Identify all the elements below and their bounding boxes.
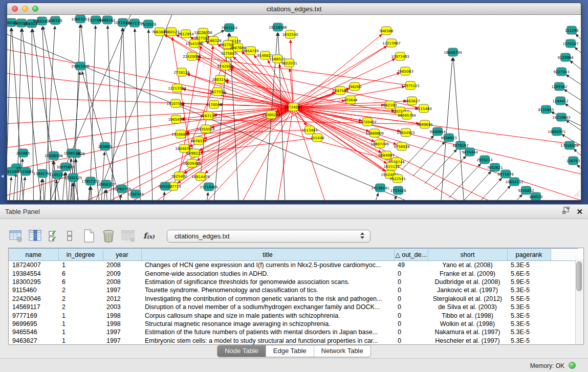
graph-node[interactable]: 184510 xyxy=(529,192,543,200)
table-row[interactable]: 946554611997Estimation of the future num… xyxy=(9,328,578,336)
table-cell[interactable]: 2008 xyxy=(103,261,141,270)
scrollbar-thumb[interactable] xyxy=(576,261,582,291)
table-cell[interactable]: Changes of HCN gene expression and I(f) … xyxy=(141,261,394,270)
table-cell[interactable]: Wolkin et al. (1998) xyxy=(428,320,507,328)
graph-node[interactable]: 7515526 xyxy=(140,20,157,28)
close-panel-icon[interactable]: ✕ xyxy=(576,208,583,216)
column-header-in_degree[interactable]: in_degree xyxy=(58,249,103,261)
graph-node[interactable]: 203644 xyxy=(344,96,358,104)
tab-node-table[interactable]: Node Table xyxy=(217,345,266,357)
table-cell[interactable]: 5.3E-5 xyxy=(507,337,551,345)
graph-node[interactable]: 12213967 xyxy=(382,39,401,47)
graph-node[interactable]: 13942757 xyxy=(33,169,52,178)
table-cell[interactable]: 2 xyxy=(58,286,103,294)
network-graph-svg[interactable]: 1872400776638228860123891295418226058982… xyxy=(7,15,581,200)
table-cell[interactable]: 5.3E-5 xyxy=(507,328,551,336)
table-cell[interactable]: Stergiakouli et al. (2012) xyxy=(428,295,507,303)
graph-node[interactable]: 111248 xyxy=(565,26,579,34)
graph-node[interactable]: 1209382 xyxy=(551,82,567,91)
graph-node[interactable]: 10719195 xyxy=(114,18,132,27)
table-cell[interactable]: 1998 xyxy=(103,311,141,319)
column-header-name[interactable]: name xyxy=(9,249,58,261)
graph-node[interactable]: 948388 xyxy=(380,27,394,35)
delete-table-icon[interactable] xyxy=(101,229,116,243)
float-panel-icon[interactable] xyxy=(562,207,570,217)
table-row[interactable]: 2242004622012Investigating the contribut… xyxy=(9,295,578,303)
table-cell[interactable]: 0 xyxy=(394,269,428,277)
graph-node[interactable]: 9146821 xyxy=(257,51,273,59)
column-header-short[interactable]: short xyxy=(428,249,507,261)
table-cell[interactable]: Jankovic et al. (1997) xyxy=(428,286,507,294)
tab-edge-table[interactable]: Edge Table xyxy=(266,345,314,357)
graph-node[interactable]: 962160 xyxy=(383,101,397,109)
graph-node[interactable]: 261665 xyxy=(16,149,30,157)
graph-node[interactable]: 10688609 xyxy=(365,129,384,137)
table-cell[interactable]: Dudbridge et al. (2008) xyxy=(428,278,507,286)
graph-node[interactable]: 10653257 xyxy=(71,15,90,23)
table-cell[interactable]: 9699695 xyxy=(9,320,58,328)
function-builder-icon[interactable]: f(x) xyxy=(143,231,155,240)
table-cell[interactable]: 1 xyxy=(58,261,103,270)
table-cell[interactable]: 14569117 xyxy=(9,303,58,311)
column-header-year[interactable]: year xyxy=(103,249,141,261)
network-view-window[interactable]: citations_edges.txt 18724007766382288601… xyxy=(7,3,581,201)
table-cell[interactable]: 18300295 xyxy=(9,278,58,286)
table-cell[interactable]: 1 xyxy=(58,311,103,319)
table-cell[interactable]: 5.3E-5 xyxy=(507,311,551,319)
table-cell[interactable]: 9115460 xyxy=(9,286,58,294)
table-cell[interactable]: 6 xyxy=(58,278,103,286)
table-cell[interactable]: de Silva et al. (2003) xyxy=(428,303,507,311)
table-row[interactable]: 977716911998Corpus callosum shape and si… xyxy=(9,311,578,319)
table-cell[interactable]: 6 xyxy=(58,269,103,277)
graph-node[interactable]: 1244412 xyxy=(552,97,568,105)
table-cell[interactable]: 5.3E-5 xyxy=(507,286,551,294)
table-cell[interactable]: Corpus callosum shape and size in male p… xyxy=(141,311,394,319)
table-row[interactable]: 911546021997Tourette syndrome. Phenomeno… xyxy=(9,286,578,294)
table-cell[interactable]: 0 xyxy=(394,278,428,286)
table-row[interactable]: 969969511998Structural magnetic resonanc… xyxy=(9,320,578,328)
table-cell[interactable]: 2 xyxy=(58,295,103,303)
column-header-title[interactable]: title xyxy=(141,249,394,261)
table-cell[interactable]: Disruption of a novel member of a sodium… xyxy=(141,303,394,311)
table-cell[interactable]: 0 xyxy=(394,286,428,294)
close-window-button[interactable] xyxy=(12,6,18,12)
table-cell[interactable]: Yano et al. (2008) xyxy=(428,261,507,270)
window-titlebar[interactable]: citations_edges.txt xyxy=(7,3,581,15)
graph-node[interactable]: 2935114 xyxy=(476,156,493,164)
column-header-out_de[interactable]: △ out_de... xyxy=(394,249,428,261)
graph-node[interactable]: 7632621 xyxy=(487,163,503,171)
graph-node[interactable]: 1832540 xyxy=(282,30,298,38)
column-selector-icon[interactable] xyxy=(29,229,42,243)
table-cell[interactable]: 0 xyxy=(394,295,428,303)
graph-node[interactable]: 151448 xyxy=(311,134,324,142)
table-cell[interactable]: 5.6E-5 xyxy=(507,269,551,277)
network-canvas[interactable]: 1872400776638228860123891295418226058982… xyxy=(7,15,581,200)
select-rows-icon[interactable]: ✓ ✓ xyxy=(48,229,60,243)
table-cell[interactable]: 2003 xyxy=(103,303,141,311)
table-cell[interactable]: Hescheler et al. (1997) xyxy=(428,337,507,345)
resize-grip-icon[interactable] xyxy=(573,190,580,199)
table-cell[interactable]: 0 xyxy=(394,328,428,336)
table-cell[interactable]: 9463627 xyxy=(9,337,58,345)
table-row[interactable]: 1456911722003Disruption of a novel membe… xyxy=(9,303,578,311)
tab-network-table[interactable]: Network Table xyxy=(314,345,371,357)
table-cell[interactable]: Structural magnetic resonance image aver… xyxy=(141,320,394,328)
memory-ok-indicator[interactable] xyxy=(569,362,576,369)
table-cell[interactable]: 0 xyxy=(394,320,428,328)
table-cell[interactable]: Franke et al. (2009) xyxy=(428,269,507,277)
node-table[interactable]: namein_degreeyeartitle△ out_de...shortpa… xyxy=(9,248,578,345)
graph-node[interactable]: 1733426 xyxy=(390,186,406,194)
panel-collapse-arrow-icon[interactable]: ◄ xyxy=(0,174,5,179)
table-cell[interactable]: 5.3E-5 xyxy=(507,261,551,270)
table-cell[interactable]: Estimation of the future numbers of pati… xyxy=(141,328,394,336)
graph-node[interactable]: 14136141 xyxy=(371,184,389,192)
table-cell[interactable]: 1 xyxy=(58,337,103,345)
table-cell[interactable]: 1997 xyxy=(103,286,141,294)
create-table-icon[interactable] xyxy=(82,229,96,243)
table-cell[interactable]: 19384554 xyxy=(9,269,58,277)
table-cell[interactable]: Estimation of significance thresholds fo… xyxy=(141,278,394,286)
table-cell[interactable]: 9465546 xyxy=(9,328,58,336)
table-row[interactable]: 946362711997Embryonic stem cells: a mode… xyxy=(9,337,578,345)
graph-node[interactable]: 9440954 xyxy=(429,127,446,136)
table-cell[interactable]: 2009 xyxy=(103,269,141,277)
